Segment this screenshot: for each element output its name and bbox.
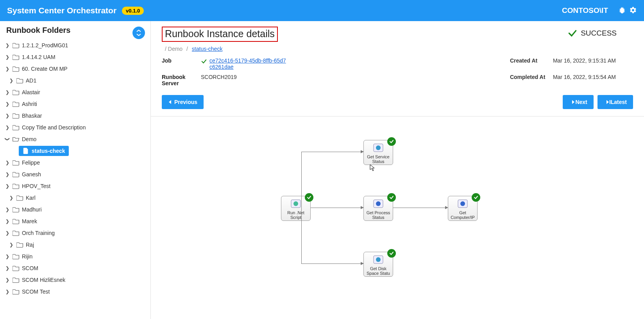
folder-row[interactable]: ❯AD1 xyxy=(0,75,150,86)
folder-row[interactable]: ❯1.2.1.2_ProdMG01 xyxy=(0,39,150,51)
runbook-item[interactable]: status-check xyxy=(0,145,150,157)
settings-icon[interactable] xyxy=(629,6,637,15)
folder-label: 1.2.1.2_ProdMG01 xyxy=(22,42,68,48)
folder-label: AD1 xyxy=(26,77,36,84)
next-button[interactable]: Next xyxy=(563,95,593,109)
page-title: Runbook Instance details xyxy=(165,28,275,39)
chevron-right-icon[interactable]: ❯ xyxy=(5,230,10,236)
server-label: Runbook Server xyxy=(162,74,201,86)
folder-label: Orch Training xyxy=(22,230,55,236)
svg-point-10 xyxy=(460,201,465,206)
folder-row[interactable]: ❯Karl xyxy=(0,192,150,204)
folder-label: Felippe xyxy=(22,160,40,166)
chevron-right-icon[interactable]: ❯ xyxy=(5,289,10,294)
folder-row[interactable]: ❯Bhaskar xyxy=(0,110,150,122)
workflow-node-get-disk[interactable]: Get Disk Space Statu xyxy=(363,252,393,277)
folder-row[interactable]: ❯Felippe xyxy=(0,157,150,168)
chevron-right-icon[interactable]: ❯ xyxy=(5,254,10,259)
chevron-right-icon[interactable]: ❯ xyxy=(9,195,14,201)
workflow-node-get-comp[interactable]: Get Computer/IP xyxy=(448,196,478,221)
workflow-node-label: Get Disk Space Statu xyxy=(365,266,392,276)
chevron-right-icon[interactable]: ❯ xyxy=(5,136,10,142)
folder-label: SCOM xyxy=(22,265,38,271)
content-pane: Runbook Instance details SUCCESS / Demo … xyxy=(151,21,644,319)
chevron-right-icon[interactable]: ❯ xyxy=(5,277,10,283)
folder-tree[interactable]: ❯1.2.1.2_ProdMG01❯1.4.14.2 UAM❯60. Creat… xyxy=(0,38,150,319)
chevron-right-icon[interactable]: ❯ xyxy=(5,66,10,72)
folder-label: Alastair xyxy=(22,89,40,95)
chevron-right-icon[interactable]: ❯ xyxy=(5,172,10,177)
folder-label: SCOM Test xyxy=(22,289,50,295)
chevron-right-icon[interactable]: ❯ xyxy=(5,160,10,165)
collapse-sidebar-button[interactable] xyxy=(132,27,145,39)
folder-label: Karl xyxy=(26,195,36,201)
chevron-right-icon[interactable]: ❯ xyxy=(5,207,10,212)
success-badge-icon xyxy=(387,249,396,258)
folder-row[interactable]: ❯1.4.14.2 UAM xyxy=(0,51,150,63)
folder-label: 1.4.14.2 UAM xyxy=(22,54,55,60)
chevron-right-icon[interactable]: ❯ xyxy=(9,78,14,83)
version-badge: v0.1.0 xyxy=(122,7,144,15)
previous-button[interactable]: Previous xyxy=(162,95,204,109)
status-badge: SUCCESS xyxy=(567,28,617,38)
folder-label: Raj xyxy=(26,242,34,248)
current-user: CONTOSO\IT xyxy=(562,6,608,15)
folder-row[interactable]: ❯60. Create OM MP xyxy=(0,63,150,75)
folder-row[interactable]: ❯Orch Training xyxy=(0,227,150,239)
workflow-node-run-net[interactable]: Run .Net Script xyxy=(281,196,311,221)
folder-row[interactable]: ❯Alastair xyxy=(0,86,150,98)
workflow-node-get-proc[interactable]: Get Process Status xyxy=(363,196,393,221)
folder-row[interactable]: ❯SCOM xyxy=(0,262,150,274)
previous-button-label: Previous xyxy=(174,99,197,105)
chevron-right-icon[interactable]: ❯ xyxy=(5,54,10,60)
chevron-right-icon[interactable]: ❯ xyxy=(5,43,10,48)
bug-icon[interactable] xyxy=(618,6,626,15)
job-id-link[interactable]: ce72c416-5179-45db-8ffb-65d7c6261dae xyxy=(209,57,288,70)
workflow-canvas[interactable]: Run .Net ScriptGet Service StatusGet Pro… xyxy=(151,123,644,310)
folder-label: Demo xyxy=(22,136,36,142)
chevron-right-icon[interactable]: ❯ xyxy=(5,113,10,118)
folder-row[interactable]: ❯Rijin xyxy=(0,251,150,262)
svg-point-2 xyxy=(293,201,298,206)
folder-row[interactable]: ❯Raj xyxy=(0,239,150,251)
chevron-right-icon[interactable]: ❯ xyxy=(9,242,14,247)
chevron-right-icon[interactable]: ❯ xyxy=(5,219,10,224)
created-value: Mar 16, 2022, 9:15:31 AM xyxy=(553,57,616,70)
latest-button[interactable]: Latest xyxy=(597,95,633,109)
folder-row[interactable]: ❯HPOV_Test xyxy=(0,180,150,192)
app-header: System Center Orchestrator v0.1.0 CONTOS… xyxy=(0,0,644,21)
breadcrumb: / Demo / status-check xyxy=(165,46,633,52)
created-label: Created At xyxy=(510,57,553,70)
svg-point-8 xyxy=(376,257,381,262)
breadcrumb-root: / xyxy=(165,46,166,52)
completed-value: Mar 16, 2022, 9:15:54 AM xyxy=(553,74,616,86)
chevron-right-icon[interactable]: ❯ xyxy=(5,90,10,95)
folder-row[interactable]: ❯Ashriti xyxy=(0,98,150,110)
job-label: Job xyxy=(162,57,201,64)
chevron-right-icon[interactable]: ❯ xyxy=(5,101,10,107)
folder-row[interactable]: ❯Marek xyxy=(0,215,150,227)
folder-label: SCOM HizliEsnek xyxy=(22,277,65,283)
folder-label: Rijin xyxy=(22,253,32,260)
success-badge-icon xyxy=(305,193,313,202)
breadcrumb-leaf[interactable]: status-check xyxy=(192,46,223,52)
success-badge-icon xyxy=(387,137,396,146)
chevron-right-icon[interactable]: ❯ xyxy=(5,265,10,271)
folder-label: Madhuri xyxy=(22,206,42,213)
workflow-node-get-svc[interactable]: Get Service Status xyxy=(363,140,393,165)
app-title: System Center Orchestrator xyxy=(7,6,116,15)
folder-row[interactable]: ❯Ganesh xyxy=(0,168,150,180)
success-badge-icon xyxy=(472,193,480,202)
folder-row[interactable]: ❯Copy Title and Description xyxy=(0,122,150,133)
workflow-node-label: Run .Net Script xyxy=(282,210,309,220)
svg-point-6 xyxy=(376,201,381,206)
chevron-right-icon[interactable]: ❯ xyxy=(5,183,10,189)
svg-rect-0 xyxy=(610,100,610,104)
folder-row[interactable]: ❯Demo xyxy=(0,133,150,145)
sidebar-title: Runbook Folders xyxy=(0,21,150,38)
breadcrumb-folder[interactable]: Demo xyxy=(168,46,182,52)
chevron-right-icon[interactable]: ❯ xyxy=(5,125,10,130)
folder-row[interactable]: ❯SCOM HizliEsnek xyxy=(0,274,150,286)
folder-row[interactable]: ❯SCOM Test xyxy=(0,286,150,297)
folder-row[interactable]: ❯Madhuri xyxy=(0,204,150,215)
